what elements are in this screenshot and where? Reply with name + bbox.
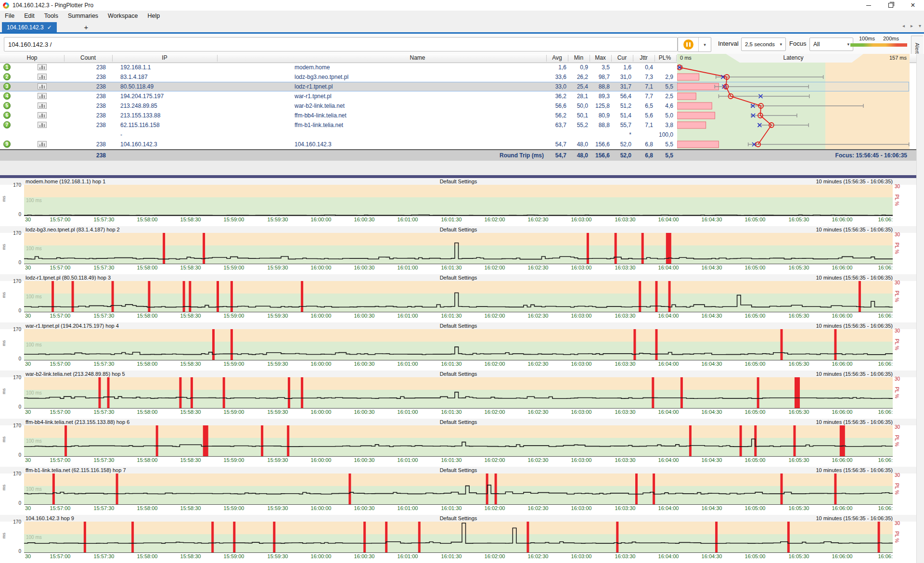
graph-plot-area[interactable]: 100 ms xyxy=(24,377,893,409)
x-tick-label: 16:03:30 xyxy=(615,553,636,559)
x-tick-label: 16:02:00 xyxy=(485,505,505,511)
header-pl[interactable]: PL% xyxy=(654,54,676,61)
cell-name: ffm-bb4-link.telia.net xyxy=(295,112,346,119)
cell-cur: 1,6 xyxy=(610,64,631,71)
graph-range-label[interactable]: 10 minutes (15:56:35 - 16:06:35) xyxy=(24,275,893,281)
graph-range-label[interactable]: 10 minutes (15:56:35 - 16:06:35) xyxy=(24,179,893,184)
y-max-label: 170 xyxy=(7,471,21,476)
menu-workspace[interactable]: Workspace xyxy=(103,11,142,21)
target-field[interactable]: 104.160.142.3 / xyxy=(4,37,678,51)
graph-range-label[interactable]: 10 minutes (15:56:35 - 16:06:35) xyxy=(24,419,893,425)
x-tick-label: 15:59:00 xyxy=(224,313,244,319)
graph-plot-area[interactable]: 100 ms xyxy=(24,329,893,360)
menu-help[interactable]: Help xyxy=(142,11,165,21)
x-tick-label: 15:57:30 xyxy=(94,361,115,367)
restore-icon xyxy=(888,3,893,8)
x-tick-label: 15:58:30 xyxy=(180,313,201,319)
header-min[interactable]: Min xyxy=(568,54,590,61)
x-tick-label: 15:59:00 xyxy=(224,457,244,463)
pl-axis-max-label: 30 xyxy=(895,424,900,430)
x-tick-label: 16:01:30 xyxy=(441,361,462,367)
new-tab-button[interactable]: + xyxy=(81,22,91,32)
latency-column-header[interactable]: 0 ms Latency 157 ms xyxy=(677,54,910,63)
x-tick-label: 16:00:00 xyxy=(311,313,332,319)
pl-axis-label: PL % xyxy=(894,291,899,302)
x-tick-label: 16:05:00 xyxy=(745,505,766,511)
focus-select[interactable]: All ▾ xyxy=(809,38,853,51)
minimize-button[interactable] xyxy=(858,0,880,11)
menu-edit[interactable]: Edit xyxy=(19,11,39,21)
header-count[interactable]: Count xyxy=(64,54,112,61)
vertical-scrollbar[interactable] xyxy=(916,54,924,563)
cell-max: 125,8 xyxy=(589,102,610,109)
latency-color-legend xyxy=(850,43,907,47)
graph-plot-area[interactable]: 100 ms xyxy=(24,281,893,312)
header-name[interactable]: Name xyxy=(289,54,546,61)
x-tick-label: 15:59:30 xyxy=(268,553,288,559)
header-avg[interactable]: Avg xyxy=(546,54,568,61)
y-axis-unit-label: ms xyxy=(1,196,6,202)
pause-button[interactable] xyxy=(678,38,699,51)
cell-max: 80,9 xyxy=(589,112,610,119)
graph-plot-area[interactable]: 100 ms xyxy=(24,425,893,457)
show-graph-toggle-icon[interactable] xyxy=(38,93,47,99)
menu-summaries[interactable]: Summaries xyxy=(63,11,103,21)
x-tick-label: 15:58:30 xyxy=(180,457,201,463)
graph-range-label[interactable]: 10 minutes (15:56:35 - 16:06:35) xyxy=(24,515,893,521)
cell-pl: 3,8 xyxy=(652,122,673,128)
x-tick-label: 16:01:30 xyxy=(441,265,462,270)
x-tick-label: 16:00:30 xyxy=(354,505,375,511)
cell-name: lodz-bg3.neo.tpnet.pl xyxy=(295,74,348,80)
graph-plot-area[interactable]: 100 ms xyxy=(24,185,893,216)
show-graph-toggle-icon[interactable] xyxy=(38,102,47,109)
cell-pl: 100,0 xyxy=(652,131,673,138)
close-button[interactable]: × xyxy=(902,0,924,11)
x-tick-label: 16:02:30 xyxy=(528,265,549,270)
cell-count: 238 xyxy=(67,83,106,90)
x-tick-label: 15:59:30 xyxy=(268,217,288,222)
menu-tools[interactable]: Tools xyxy=(39,11,63,21)
graph-range-label[interactable]: 10 minutes (15:56:35 - 16:06:35) xyxy=(24,323,893,329)
interval-select[interactable]: 2,5 seconds ▾ xyxy=(741,38,786,51)
graph-range-label[interactable]: 10 minutes (15:56:35 - 16:06:35) xyxy=(24,467,893,473)
x-tick-label: 16:00:00 xyxy=(311,361,332,367)
tab-target[interactable]: 104.160.142.3 ✓ xyxy=(2,22,57,32)
x-tick-label: 16:06: xyxy=(878,265,893,270)
x-tick-label: 16:05:00 xyxy=(745,217,766,222)
graph-range-label[interactable]: 10 minutes (15:56:35 - 16:06:35) xyxy=(24,371,893,377)
show-graph-toggle-icon[interactable] xyxy=(38,64,47,70)
x-tick-label: 16:00:30 xyxy=(354,457,375,463)
header-hop[interactable]: Hop xyxy=(0,54,64,61)
x-tick-label: 16:03:30 xyxy=(615,457,636,463)
cell-pl: 2,9 xyxy=(652,74,673,80)
latency-graph-overlay[interactable] xyxy=(677,63,910,149)
show-graph-toggle-icon[interactable] xyxy=(38,74,47,80)
x-tick-label: 30 xyxy=(25,457,31,463)
tab-scroll-left-icon[interactable]: ◂ xyxy=(902,23,905,28)
show-graph-toggle-icon[interactable] xyxy=(38,141,47,147)
restore-button[interactable] xyxy=(880,0,902,11)
cell-min: 48,0 xyxy=(567,141,588,148)
x-tick-label: 16:02:00 xyxy=(485,361,505,367)
header-max[interactable]: Max xyxy=(590,54,611,61)
header-cur[interactable]: Cur xyxy=(611,54,633,61)
tab-list-icon[interactable]: ▾ xyxy=(919,23,921,28)
header-jttr[interactable]: Jttr xyxy=(633,54,654,61)
pl-axis-label: PL % xyxy=(894,194,899,206)
show-graph-toggle-icon[interactable] xyxy=(38,112,47,118)
graph-range-label[interactable]: 10 minutes (15:56:35 - 16:06:35) xyxy=(24,227,893,232)
graph-plot-area[interactable]: 100 ms xyxy=(24,522,893,553)
show-graph-toggle-icon[interactable] xyxy=(38,122,47,128)
graph-plot-area[interactable]: 100 ms xyxy=(24,233,893,264)
header-ip[interactable]: IP xyxy=(112,54,217,61)
tab-scroll-right-icon[interactable]: ▸ xyxy=(911,23,913,28)
x-tick-label: 15:57:00 xyxy=(50,361,71,367)
x-tick-label: 16:01:00 xyxy=(398,217,418,222)
menu-file[interactable]: File xyxy=(0,11,19,21)
x-tick-label: 15:59:30 xyxy=(268,505,288,511)
y-axis-unit-label: ms xyxy=(1,244,6,250)
graph-plot-area[interactable]: 100 ms xyxy=(24,473,893,505)
pause-dropdown-button[interactable]: ▾ xyxy=(699,38,711,51)
x-tick-label: 15:58:30 xyxy=(180,217,201,222)
show-graph-toggle-icon[interactable] xyxy=(38,83,47,90)
